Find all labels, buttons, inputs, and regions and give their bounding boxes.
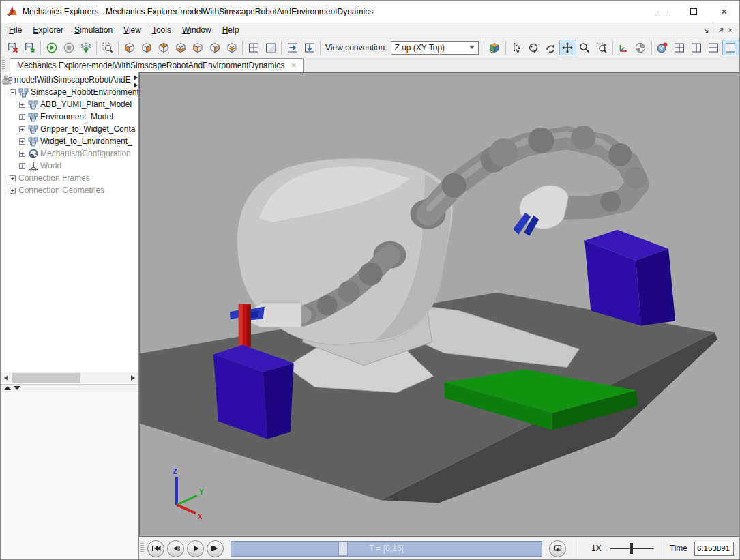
step-back-button[interactable] — [167, 540, 184, 557]
widget-geometry[interactable] — [239, 304, 251, 348]
time-input[interactable] — [694, 542, 734, 556]
collapse-arrow-icon[interactable] — [134, 83, 138, 88]
view-cube-top-icon[interactable] — [155, 40, 172, 55]
playback-grip-handle[interactable] — [140, 543, 144, 552]
view-cube-isometric-icon[interactable] — [223, 40, 240, 55]
tree-item[interactable]: +Widget_to_Environment_ — [1, 135, 138, 147]
tree-item-label: World — [40, 161, 61, 171]
menu-view[interactable]: View — [118, 23, 147, 37]
layout-vsplit-icon[interactable] — [688, 40, 705, 55]
view-cube-back-icon[interactable] — [138, 40, 155, 55]
tab-mechanics-explorer[interactable]: Mechanics Explorer-modelWithSimscapeRobo… — [10, 58, 304, 72]
menu-help[interactable]: Help — [217, 23, 245, 37]
select-cursor-icon[interactable] — [508, 40, 525, 55]
mechanism-config-icon — [28, 149, 38, 159]
com-sphere-icon[interactable] — [632, 40, 649, 55]
minimize-button[interactable] — [647, 1, 678, 23]
pane-grid-icon[interactable] — [245, 40, 262, 55]
menu-tools[interactable]: Tools — [147, 23, 177, 37]
video-export-icon[interactable] — [654, 40, 671, 55]
expand-expander-icon[interactable]: + — [19, 114, 25, 120]
zoom-region-icon[interactable] — [593, 40, 610, 55]
expand-expander-icon[interactable]: + — [10, 188, 16, 194]
tree-item[interactable]: +Connection Frames — [1, 172, 138, 184]
3d-viewport[interactable]: Z Y X — [139, 72, 739, 537]
loop-button[interactable] — [549, 540, 566, 557]
tree-item[interactable]: +MechanismConfiguration — [1, 147, 138, 160]
tree-item[interactable]: −Simscape_RobotEnvironment — [1, 86, 138, 98]
roll-icon[interactable] — [542, 40, 559, 55]
tree-item-label: ABB_YUMI_Plant_Model — [40, 100, 132, 109]
menu-explorer[interactable]: Explorer — [27, 23, 69, 37]
play-button[interactable] — [187, 540, 204, 557]
panel-splitter[interactable] — [1, 384, 138, 392]
separator — [118, 41, 119, 55]
close-document-icon[interactable]: × — [728, 26, 732, 34]
tab-close-icon[interactable]: × — [291, 61, 296, 70]
subsystem-icon — [28, 136, 38, 147]
separator — [484, 41, 484, 55]
stop-icon[interactable] — [60, 40, 77, 55]
collapse-arrow-icon[interactable] — [134, 75, 138, 80]
expand-expander-icon[interactable]: + — [19, 151, 25, 157]
tree-item[interactable]: +Gripper_to_Widget_Conta — [1, 123, 138, 135]
zoom-icon[interactable] — [576, 40, 593, 55]
collapse-expander-icon[interactable]: − — [10, 89, 16, 95]
zoom-fit-icon[interactable] — [99, 40, 116, 55]
explorer-root-icon — [2, 75, 12, 85]
view-convention-select[interactable]: Z up (XY Top) — [391, 41, 479, 55]
tree-horizontal-scrollbar[interactable] — [1, 372, 138, 383]
layout-single-icon[interactable] — [722, 40, 739, 55]
speed-slider-thumb[interactable] — [630, 543, 633, 554]
splitter-up-icon[interactable] — [4, 386, 11, 390]
apply-view-icon[interactable] — [486, 40, 503, 55]
pane-single-icon[interactable] — [262, 40, 279, 55]
tree-item[interactable]: +World — [1, 160, 138, 172]
scroll-left-icon[interactable] — [1, 372, 12, 383]
menu-window[interactable]: Window — [177, 23, 217, 37]
expand-expander-icon[interactable]: + — [19, 102, 25, 108]
speed-slider[interactable] — [610, 543, 654, 554]
tree-item[interactable]: +Environment_Model — [1, 110, 138, 123]
pan-icon[interactable] — [559, 40, 576, 55]
dock-arrow-icon[interactable]: ↘ — [702, 26, 709, 35]
view-cube-bottom-icon[interactable] — [172, 40, 189, 55]
view-cube-front-icon[interactable] — [121, 40, 138, 55]
export-frames-icon[interactable] — [77, 40, 94, 55]
step-forward-button[interactable] — [207, 540, 224, 557]
tree-item[interactable]: +ABB_YUMI_Plant_Model — [1, 98, 138, 110]
time-slider-thumb[interactable] — [338, 542, 348, 556]
undock-arrow-icon[interactable]: ↗ — [717, 26, 724, 35]
expand-expander-icon[interactable]: + — [10, 175, 16, 181]
scrollbar-thumb[interactable] — [12, 373, 80, 383]
tree-item[interactable]: +Connection Geometries — [1, 184, 138, 196]
tab-grip-handle[interactable] — [2, 60, 5, 70]
subsystem-icon — [18, 87, 29, 98]
menu-file[interactable]: File — [3, 23, 27, 37]
orbit-icon[interactable] — [525, 40, 542, 55]
layout-hsplit-icon[interactable] — [705, 40, 722, 55]
pane-down-icon[interactable] — [301, 40, 318, 55]
go-to-start-button[interactable] — [147, 540, 164, 557]
splitter-down-icon[interactable] — [14, 386, 20, 390]
save-export-icon[interactable] — [21, 40, 38, 55]
tab-bar: Mechanics Explorer-modelWithSimscapeRobo… — [1, 57, 739, 72]
view-cube-right-icon[interactable] — [206, 40, 223, 55]
scroll-right-icon[interactable] — [128, 372, 138, 383]
subsystem-icon — [28, 112, 38, 122]
save-discard-icon[interactable] — [4, 40, 21, 55]
pane-forward-icon[interactable] — [284, 40, 301, 55]
expand-expander-icon[interactable]: + — [19, 126, 25, 132]
panel-collapse-arrows[interactable] — [134, 75, 138, 88]
frame-axes-icon[interactable] — [615, 40, 632, 55]
layout-grid-icon[interactable] — [671, 40, 688, 55]
tree-item[interactable]: modelWithSimscapeRobotAndE — [1, 74, 138, 86]
close-button[interactable]: × — [709, 1, 739, 23]
play-icon[interactable] — [43, 40, 60, 55]
expand-expander-icon[interactable]: + — [19, 163, 25, 169]
menu-simulation[interactable]: Simulation — [69, 23, 118, 37]
view-cube-left-icon[interactable] — [189, 40, 206, 55]
expand-expander-icon[interactable]: + — [19, 138, 25, 145]
time-slider[interactable]: T = [0,16] — [231, 541, 542, 557]
maximize-button[interactable] — [678, 1, 709, 23]
